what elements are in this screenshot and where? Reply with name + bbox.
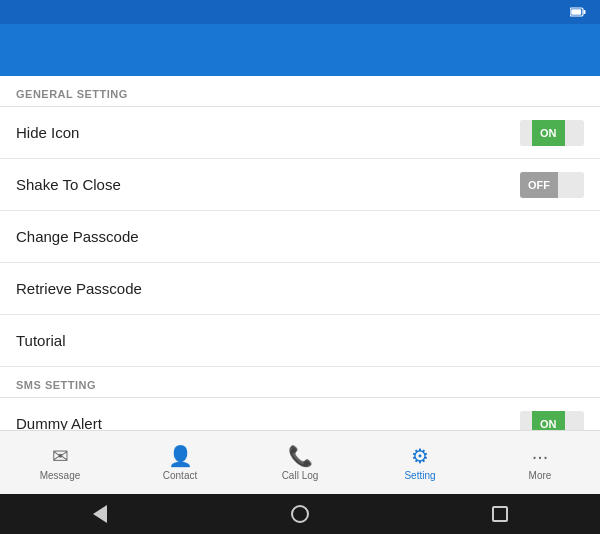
- bottom-nav: ✉Message👤Contact📞Call Log⚙Setting···More: [0, 430, 600, 494]
- setting-row-dummy-alert[interactable]: Dummy Alert ON: [0, 398, 600, 430]
- toggle-hide-icon[interactable]: ON: [520, 120, 584, 146]
- nav-item-setting[interactable]: ⚙Setting: [360, 438, 480, 487]
- nav-label-more: More: [529, 470, 552, 481]
- back-button[interactable]: [80, 494, 120, 534]
- section-header-general: GENERAL SETTING: [0, 76, 600, 106]
- toggle-on-thumb: ON: [532, 411, 565, 431]
- setting-label-shake-to-close: Shake To Close: [16, 176, 121, 193]
- nav-label-contact: Contact: [163, 470, 197, 481]
- toggle-dummy-alert[interactable]: ON: [520, 411, 584, 431]
- section-header-sms: SMS SETTING: [0, 367, 600, 397]
- setting-label-hide-icon: Hide Icon: [16, 124, 79, 141]
- status-icons: [566, 7, 590, 17]
- system-nav: [0, 494, 600, 534]
- setting-label-retrieve-passcode: Retrieve Passcode: [16, 280, 142, 297]
- setting-row-hide-icon[interactable]: Hide Icon ON: [0, 107, 600, 159]
- nav-item-more[interactable]: ···More: [480, 439, 600, 487]
- nav-icon-contact: 👤: [168, 444, 193, 468]
- battery-icon: [570, 7, 586, 17]
- status-bar: [0, 0, 600, 24]
- svg-rect-2: [571, 9, 581, 15]
- setting-label-tutorial: Tutorial: [16, 332, 65, 349]
- toggle-shake-to-close[interactable]: OFF: [520, 172, 584, 198]
- setting-row-shake-to-close[interactable]: Shake To Close OFF: [0, 159, 600, 211]
- nav-label-message: Message: [40, 470, 81, 481]
- setting-row-change-passcode[interactable]: Change Passcode: [0, 211, 600, 263]
- toggle-off-side: [520, 411, 532, 431]
- app-header: [0, 24, 600, 76]
- setting-row-retrieve-passcode[interactable]: Retrieve Passcode: [0, 263, 600, 315]
- toggle-on-side: [558, 172, 570, 198]
- nav-item-message[interactable]: ✉Message: [0, 438, 120, 487]
- nav-item-contact[interactable]: 👤Contact: [120, 438, 240, 487]
- toggle-on-thumb: ON: [532, 120, 565, 146]
- setting-row-tutorial[interactable]: Tutorial: [0, 315, 600, 367]
- home-button[interactable]: [280, 494, 320, 534]
- toggle-off-side: [520, 120, 532, 146]
- nav-icon-more: ···: [532, 445, 549, 468]
- nav-icon-call-log: 📞: [288, 444, 313, 468]
- nav-icon-message: ✉: [52, 444, 69, 468]
- recents-button[interactable]: [480, 494, 520, 534]
- phone-container: GENERAL SETTINGHide Icon ON Shake To Clo…: [0, 0, 600, 534]
- svg-rect-1: [584, 10, 586, 14]
- nav-icon-setting: ⚙: [411, 444, 429, 468]
- nav-label-setting: Setting: [404, 470, 435, 481]
- setting-label-change-passcode: Change Passcode: [16, 228, 139, 245]
- nav-item-call-log[interactable]: 📞Call Log: [240, 438, 360, 487]
- toggle-off-thumb: OFF: [520, 172, 558, 198]
- setting-label-dummy-alert: Dummy Alert: [16, 415, 102, 430]
- nav-label-call-log: Call Log: [282, 470, 319, 481]
- settings-content: GENERAL SETTINGHide Icon ON Shake To Clo…: [0, 76, 600, 430]
